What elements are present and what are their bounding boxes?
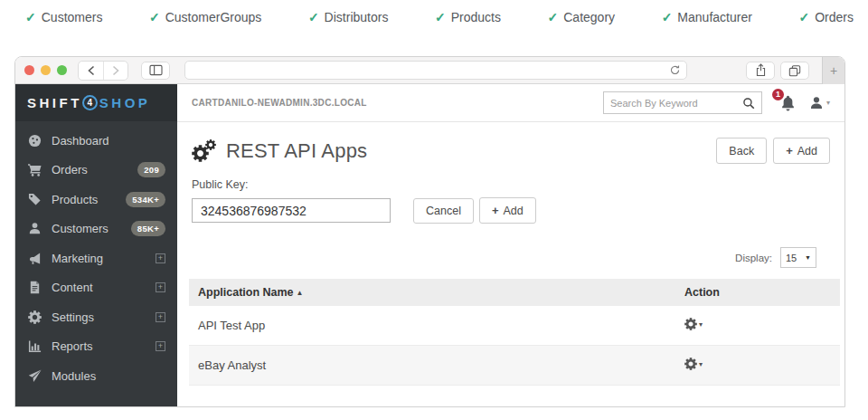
checklist-label: Manufacturer	[677, 10, 751, 24]
public-key-input[interactable]	[192, 198, 391, 223]
breadcrumb: CARTDANILO-NEWADMIN.3DC.LOCAL	[192, 98, 367, 108]
sidebar-toggle-button[interactable]	[141, 62, 170, 80]
chevron-left-icon	[87, 65, 96, 76]
cogs-icon	[28, 310, 42, 324]
sidebar-item-marketing[interactable]: Marketing +	[15, 243, 177, 273]
sidebar-item-customers[interactable]: Customers 85K+	[15, 215, 177, 244]
back-button[interactable]: Back	[716, 138, 767, 164]
checklist-item-customergroups: ✓CustomerGroups	[149, 10, 261, 24]
checklist-item-customers: ✓Customers	[25, 10, 102, 24]
zoom-window-button[interactable]	[57, 65, 67, 75]
sidebar-item-label: Modules	[52, 369, 96, 383]
checklist-item-category: ✓Category	[548, 10, 616, 24]
column-application-name[interactable]: Application Name ▲	[189, 286, 684, 299]
chevron-down-icon: ▼	[805, 254, 811, 261]
products-count-badge: 534K+	[126, 192, 165, 207]
search-icon[interactable]	[742, 97, 755, 110]
megaphone-icon	[28, 252, 42, 265]
check-icon: ✓	[662, 10, 673, 24]
shift4shop-logo: SHIFT 4 SHOP	[15, 84, 177, 121]
expand-plus-icon[interactable]: +	[156, 253, 165, 263]
sidebar-item-modules[interactable]: Modules	[15, 361, 177, 391]
plus-icon: +	[830, 63, 837, 78]
reload-icon[interactable]	[669, 64, 681, 76]
chevron-down-icon: ▾	[826, 99, 830, 107]
table-row: eBay Analyst ▾	[189, 346, 840, 386]
column-action: Action	[684, 286, 840, 299]
sidebar-item-label: Customers	[52, 222, 108, 235]
sidebar-item-dashboard[interactable]: Dashboard	[15, 126, 177, 156]
row-action-menu-button[interactable]: ▾	[684, 318, 703, 330]
search-input[interactable]	[610, 98, 742, 109]
expand-plus-icon[interactable]: +	[156, 312, 165, 322]
sidebar-item-content[interactable]: Content +	[15, 273, 177, 303]
chevron-down-icon: ▾	[699, 320, 703, 329]
forward-nav-button[interactable]	[103, 62, 127, 80]
expand-plus-icon[interactable]: +	[156, 341, 165, 351]
checklist-label: Distributors	[325, 10, 389, 24]
sidebar-item-products[interactable]: Products 534K+	[15, 185, 177, 215]
sidebar-item-reports[interactable]: Reports +	[15, 332, 177, 362]
new-tab-button[interactable]: +	[822, 57, 844, 84]
close-window-button[interactable]	[24, 65, 34, 75]
notification-count-badge: 1	[770, 87, 786, 102]
user-icon	[809, 96, 824, 110]
setup-checklist-bar: ✓Customers ✓CustomerGroups ✓Distributors…	[0, 0, 868, 24]
confirm-add-button[interactable]: +Add	[479, 197, 536, 224]
share-button[interactable]	[746, 62, 775, 80]
notifications-button[interactable]: 1	[780, 95, 796, 111]
check-icon: ✓	[435, 10, 446, 24]
user-menu-button[interactable]: ▾	[809, 96, 830, 110]
add-app-button[interactable]: +Add	[773, 138, 830, 164]
cart-icon	[28, 163, 42, 177]
gear-icon	[684, 318, 697, 330]
row-action-menu-button[interactable]: ▾	[684, 358, 703, 370]
display-count-select[interactable]: 15 ▼	[780, 247, 816, 268]
tab-overview-button[interactable]	[780, 62, 809, 80]
keyword-search-box	[603, 91, 762, 114]
sidebar-item-label: Content	[52, 281, 93, 294]
checklist-label: CustomerGroups	[165, 10, 262, 24]
table-header: Application Name ▲ Action	[189, 279, 840, 306]
sidebar-item-label: Dashboard	[52, 134, 109, 148]
sidebar-item-label: Reports	[52, 339, 93, 353]
checklist-item-distributors: ✓Distributors	[308, 10, 389, 24]
sidebar-item-label: Settings	[52, 310, 94, 324]
main-content: CARTDANILO-NEWADMIN.3DC.LOCAL 1 ▾	[177, 84, 844, 407]
sort-asc-icon: ▲	[297, 289, 304, 297]
sidebar-item-settings[interactable]: Settings +	[15, 302, 177, 332]
back-nav-button[interactable]	[79, 62, 103, 80]
checklist-item-products: ✓Products	[435, 10, 501, 24]
app-name-cell: eBay Analyst	[189, 358, 684, 372]
tags-icon	[28, 193, 42, 206]
checklist-label: Orders	[815, 10, 854, 24]
check-icon: ✓	[798, 10, 809, 24]
check-icon: ✓	[548, 10, 559, 24]
rocket-icon	[28, 369, 42, 383]
sidebar-item-label: Products	[52, 193, 98, 206]
checklist-label: Customers	[42, 10, 103, 24]
plus-icon: +	[786, 144, 793, 158]
check-icon: ✓	[149, 10, 160, 24]
expand-plus-icon[interactable]: +	[156, 282, 165, 292]
minimize-window-button[interactable]	[41, 65, 51, 75]
sidebar-nav: Dashboard Orders 209 Products 534K+ Cust…	[15, 121, 177, 391]
logo-four-circle: 4	[82, 95, 98, 110]
sidebar: SHIFT 4 SHOP Dashboard Orders 209 Produc…	[15, 84, 177, 407]
display-label: Display:	[735, 253, 772, 263]
admin-app: SHIFT 4 SHOP Dashboard Orders 209 Produc…	[15, 84, 844, 407]
api-apps-table: Application Name ▲ Action API Test App ▾	[189, 279, 840, 386]
rest-api-cogs-icon	[192, 139, 218, 162]
cancel-button[interactable]: Cancel	[413, 198, 474, 224]
app-name-cell: API Test App	[189, 319, 684, 332]
toolbar-right-buttons: +	[746, 57, 844, 84]
share-icon	[755, 63, 767, 77]
window-controls	[24, 65, 67, 75]
sidebar-item-label: Marketing	[52, 252, 103, 265]
address-bar[interactable]	[184, 61, 687, 80]
browser-window: + SHIFT 4 SHOP Dashboard Orders 209	[14, 56, 845, 407]
gear-icon	[684, 358, 697, 370]
content-header: CARTDANILO-NEWADMIN.3DC.LOCAL 1 ▾	[177, 84, 844, 122]
sidebar-item-orders[interactable]: Orders 209	[15, 156, 177, 186]
logo-text-shift: SHIFT	[27, 95, 82, 110]
